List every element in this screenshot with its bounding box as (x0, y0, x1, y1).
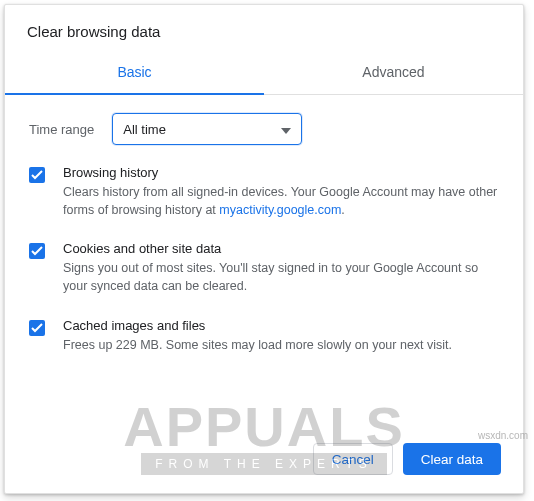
dialog-footer: Cancel Clear data (5, 431, 523, 493)
myactivity-link[interactable]: myactivity.google.com (219, 203, 341, 217)
option-title: Browsing history (63, 165, 499, 180)
cancel-button[interactable]: Cancel (313, 443, 393, 475)
time-range-label: Time range (29, 122, 94, 137)
chevron-down-icon (281, 122, 291, 137)
dialog-title: Clear browsing data (5, 5, 523, 52)
tab-advanced-label: Advanced (362, 64, 424, 80)
tab-advanced[interactable]: Advanced (264, 52, 523, 94)
checkbox-browsing-history[interactable] (29, 167, 45, 183)
option-desc: Frees up 229 MB. Some sites may load mor… (63, 336, 499, 354)
option-title: Cookies and other site data (63, 241, 499, 256)
option-browsing-history: Browsing history Clears history from all… (29, 165, 499, 219)
time-range-select[interactable]: All time (112, 113, 302, 145)
time-range-value: All time (123, 122, 166, 137)
option-cookies: Cookies and other site data Signs you ou… (29, 241, 499, 295)
source-text: wsxdn.com (478, 430, 528, 441)
clear-browsing-data-dialog: Clear browsing data Basic Advanced Time … (4, 4, 524, 494)
checkbox-cookies[interactable] (29, 243, 45, 259)
time-range-row: Time range All time (29, 113, 499, 145)
option-cached: Cached images and files Frees up 229 MB.… (29, 318, 499, 354)
checkbox-cached[interactable] (29, 320, 45, 336)
option-desc: Clears history from all signed-in device… (63, 183, 499, 219)
tabs: Basic Advanced (5, 52, 523, 95)
tab-basic-label: Basic (117, 64, 151, 80)
option-desc: Signs you out of most sites. You'll stay… (63, 259, 499, 295)
option-title: Cached images and files (63, 318, 499, 333)
dialog-body: Time range All time Browsing history Cle… (5, 95, 523, 431)
tab-basic[interactable]: Basic (5, 52, 264, 94)
clear-data-button[interactable]: Clear data (403, 443, 501, 475)
